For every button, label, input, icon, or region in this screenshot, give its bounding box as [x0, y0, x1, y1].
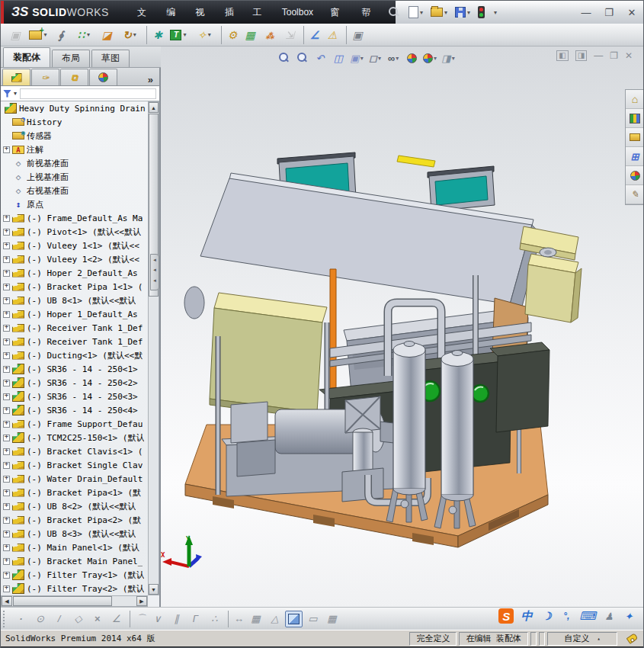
- toolbar-button[interactable]: [117, 26, 142, 44]
- tree-item[interactable]: (-) Ducting<1> (默认<<默: [1, 348, 148, 362]
- tree-item[interactable]: (-) Bracket Pipa<2> (默: [1, 513, 148, 527]
- menu-item[interactable]: 窗口(W): [322, 1, 353, 24]
- window-button[interactable]: —: [579, 7, 593, 18]
- tree-item[interactable]: (-) SR36 - 14 - 250<1>: [1, 362, 148, 376]
- model-root[interactable]: Y X: [161, 152, 582, 566]
- menu-item[interactable]: 插入(I): [216, 1, 245, 24]
- tree-item[interactable]: (-) Frame Support_Defau: [1, 417, 148, 431]
- snap-toolbar-button[interactable]: [107, 611, 125, 627]
- expand-toggle[interactable]: [3, 544, 10, 551]
- toolbar-drag-handle[interactable]: [3, 611, 8, 627]
- expand-toggle[interactable]: [3, 284, 10, 290]
- tree-item[interactable]: (-) Hoper 2_Default_As: [1, 266, 148, 280]
- expand-toggle[interactable]: [3, 558, 10, 565]
- doc-window-button[interactable]: —: [594, 51, 603, 60]
- snap-toolbar-button[interactable]: [266, 611, 284, 627]
- snap-toolbar-button[interactable]: [187, 611, 204, 627]
- menu-item[interactable]: 编辑(E): [158, 1, 187, 24]
- toolbar-button[interactable]: [346, 26, 364, 44]
- tree-item[interactable]: (-) UB 8<2> (默认<<默认: [1, 499, 148, 513]
- snap-toolbar-button[interactable]: [247, 611, 264, 627]
- expand-toggle[interactable]: [3, 393, 10, 400]
- tree-item[interactable]: (-) SR36 - 14 - 250<4>: [1, 403, 148, 417]
- tree-item[interactable]: (-) Bracket Pipa<1> (默: [1, 486, 148, 499]
- quick-icon[interactable]: [490, 8, 499, 18]
- scroll-left-arrow[interactable]: ◀: [2, 596, 12, 606]
- tree-item[interactable]: (-) Water Drain_Default: [1, 472, 148, 486]
- tag-icon[interactable]: [626, 633, 639, 644]
- ime-button[interactable]: [498, 608, 514, 624]
- ime-button[interactable]: [622, 608, 636, 624]
- tree-item[interactable]: (-) Filter Tray<2> (默认: [1, 582, 148, 595]
- ribbon-tab[interactable]: 布局: [52, 50, 90, 67]
- ribbon-tab[interactable]: 装配体: [3, 47, 50, 67]
- headsup-button[interactable]: [293, 50, 310, 66]
- scroll-up-arrow[interactable]: ▲: [149, 102, 159, 113]
- expand-toggle[interactable]: [3, 476, 10, 483]
- tree-item[interactable]: 原点: [1, 197, 148, 211]
- panel-tab[interactable]: [89, 69, 117, 85]
- expand-toggle[interactable]: [3, 572, 10, 579]
- snap-toolbar-button[interactable]: [285, 611, 303, 627]
- toolbar-button[interactable]: [52, 26, 70, 44]
- toolbar-button[interactable]: [303, 26, 322, 44]
- panel-splitter-handle[interactable]: ◂◂◂: [150, 254, 159, 290]
- toolbar-button[interactable]: [72, 26, 96, 44]
- toolbar-button[interactable]: [166, 26, 191, 44]
- expand-toggle[interactable]: [3, 215, 10, 222]
- quick-icon[interactable]: [406, 5, 425, 20]
- menu-item[interactable]: 文件(F): [129, 1, 158, 24]
- tree-item[interactable]: Heavy Duty Spinning Drain I: [1, 101, 148, 115]
- tree-vertical-scrollbar[interactable]: ▲ ▼: [148, 101, 159, 595]
- ribbon-tab[interactable]: 草图: [91, 50, 130, 67]
- menu-item[interactable]: Toolbox: [274, 1, 322, 24]
- tree-item[interactable]: (-) Vuleey 1<2> (默认<<: [1, 252, 148, 266]
- panel-tab[interactable]: [2, 69, 30, 85]
- graphics-viewport[interactable]: Y X ◧◨—❐✕: [161, 47, 644, 607]
- tree-horizontal-scrollbar[interactable]: ◀ ▶: [1, 595, 148, 607]
- headsup-button[interactable]: [312, 50, 328, 66]
- expand-toggle[interactable]: [3, 407, 10, 414]
- toolbar-button[interactable]: [98, 26, 116, 44]
- scroll-down-arrow[interactable]: ▼: [149, 584, 159, 595]
- tree-item[interactable]: 上视基准面: [1, 170, 148, 184]
- expand-toggle[interactable]: [3, 297, 10, 304]
- task-pane-button[interactable]: [626, 147, 644, 166]
- toolbar-button[interactable]: [323, 26, 341, 44]
- snap-toolbar-button[interactable]: [323, 611, 341, 627]
- filter-input[interactable]: [20, 88, 156, 99]
- toolbar-button[interactable]: [192, 26, 216, 44]
- tree-item[interactable]: (-) SR36 - 14 - 250<2>: [1, 376, 148, 390]
- search-icon[interactable]: [387, 6, 396, 18]
- headsup-button[interactable]: [367, 50, 383, 66]
- doc-window-button[interactable]: ✕: [625, 51, 633, 60]
- ime-button[interactable]: [540, 608, 553, 624]
- expand-toggle[interactable]: [3, 242, 10, 249]
- expand-toggle[interactable]: [3, 448, 10, 455]
- snap-toolbar-button[interactable]: [149, 611, 166, 627]
- assembly-3d-model[interactable]: Y X: [161, 47, 644, 607]
- ime-button[interactable]: [579, 608, 596, 624]
- doc-window-button[interactable]: ◧: [556, 50, 568, 61]
- headsup-button[interactable]: [385, 50, 402, 66]
- menu-item[interactable]: 视图(V): [187, 1, 216, 24]
- tree-item[interactable]: (-) Bracket Main Panel_: [1, 554, 148, 568]
- toolbar-button[interactable]: [146, 26, 165, 44]
- expand-toggle[interactable]: [3, 489, 10, 496]
- panel-expand-button[interactable]: »: [148, 74, 153, 85]
- toolbar-button[interactable]: [241, 26, 259, 44]
- headsup-button[interactable]: [440, 50, 457, 66]
- toolbar-button[interactable]: [280, 26, 299, 44]
- snap-toolbar-button[interactable]: [168, 611, 185, 627]
- tree-item[interactable]: History: [1, 115, 148, 129]
- ime-button[interactable]: [602, 608, 616, 624]
- expand-toggle[interactable]: [3, 380, 10, 387]
- tree-item[interactable]: (-) Frame_Default_As Ma: [1, 211, 148, 225]
- headsup-button[interactable]: [275, 50, 292, 66]
- task-pane-button[interactable]: [626, 128, 644, 147]
- doc-window-button[interactable]: ❐: [610, 51, 618, 60]
- task-pane-button[interactable]: [626, 109, 644, 128]
- tree-item[interactable]: (-) Bracket Clavis<1> (: [1, 444, 148, 458]
- tree-item[interactable]: (-) Bracket Single Clav: [1, 458, 148, 472]
- snap-toolbar-button[interactable]: [304, 611, 322, 627]
